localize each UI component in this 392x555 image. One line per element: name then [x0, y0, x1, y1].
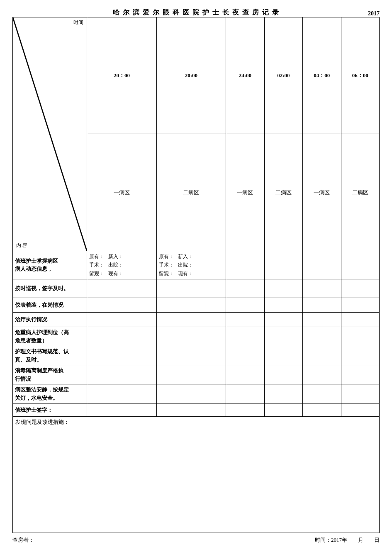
row-1-cell-2400: [226, 251, 264, 279]
row-7-cell-0600: [341, 365, 379, 384]
row-label-7: 消毒隔离制度严格执行情况: [13, 365, 87, 384]
row-7-cell-2000b: [156, 365, 226, 384]
row-4-cell-0200: [264, 313, 302, 327]
time-2000b-header: 20:00: [156, 17, 226, 134]
page-container: 哈 尔 滨 爱 尔 眼 科 医 院 护 士 长 夜 查 房 记 录 2017 时…: [12, 8, 380, 544]
footer-time: 时间：2017年 月 日: [315, 536, 380, 544]
row-4-cell-2000b: [156, 313, 226, 327]
row-label-4: 治疗执行情况: [13, 313, 87, 327]
row-label-2: 按时巡视，签字及时。: [13, 279, 87, 298]
row-6-cell-2000: [87, 346, 157, 365]
time-0400-header: 04：00: [303, 17, 341, 134]
row-6-cell-2000b: [156, 346, 226, 365]
time-0600-header: 06：00: [341, 17, 379, 134]
table-row: 护理文书书写规范、认真、及时。: [13, 346, 380, 365]
row-9-cell-0600: [341, 403, 379, 417]
sub-er-label: 二病区: [156, 134, 226, 251]
row-2-cell-2000b: [156, 279, 226, 298]
row-4-cell-2400: [226, 313, 264, 327]
row-8-cell-0600: [341, 384, 379, 403]
table-row: 治疗执行情况: [13, 313, 380, 327]
row-2-cell-0600: [341, 279, 379, 298]
row-6-cell-0600: [341, 346, 379, 365]
row-8-cell-2000b: [156, 384, 226, 403]
sub-yi3-label: 一病区: [303, 134, 341, 251]
row-label-8: 病区整洁安静，按规定关灯，水电安全。: [13, 384, 87, 403]
row-9-cell-0400: [303, 403, 341, 417]
svg-line-0: [13, 17, 87, 251]
row-label-6: 护理文书书写规范、认真、及时。: [13, 346, 87, 365]
row-1-cell-2000: 原有：手术：留观： 新入：出院：现有：: [87, 251, 157, 279]
row-9-cell-2400: [226, 403, 264, 417]
table-row: 仪表着装，在岗情况: [13, 298, 380, 313]
row-1-cell-2000b: 原有：手术：留观： 新入：出院：现有：: [156, 251, 226, 279]
row-label-1: 值班护士掌握病区病人动态信息，: [13, 251, 87, 279]
row-9-cell-0200: [264, 403, 302, 417]
time-0200-header: 02:00: [264, 17, 302, 134]
row-6-cell-2400: [226, 346, 264, 365]
row-7-cell-0400: [303, 365, 341, 384]
table-row: 病区整洁安静，按规定关灯，水电安全。: [13, 384, 380, 403]
row-6-cell-0400: [303, 346, 341, 365]
row-8-cell-2000: [87, 384, 157, 403]
row-8-cell-2400: [226, 384, 264, 403]
row-5-cell-0600: [341, 327, 379, 346]
content-label: 内 容: [16, 242, 27, 249]
sub-yi-label: 一病区: [87, 134, 157, 251]
header-row: 哈 尔 滨 爱 尔 眼 科 医 院 护 士 长 夜 查 房 记 录 2017: [12, 8, 380, 17]
issues-cell: 发现问题及改进措施：: [13, 417, 380, 533]
issues-row: 发现问题及改进措施：: [13, 417, 380, 533]
row-5-cell-2000: [87, 327, 157, 346]
time-2000-header: 20：00: [87, 17, 157, 134]
row-4-cell-2000: [87, 313, 157, 327]
row-7-cell-0200: [264, 365, 302, 384]
sub-er2-label: 二病区: [264, 134, 302, 251]
row-8-cell-0200: [264, 384, 302, 403]
row-1-cell-0400: [303, 251, 341, 279]
row-1-cell-0600: [341, 251, 379, 279]
row-4-cell-0600: [341, 313, 379, 327]
time-header-row: 时间 内 容 20：00 20:00 24:00 02:00 04：00 06：…: [13, 17, 380, 134]
row-label-9: 值班护士签字：: [13, 403, 87, 417]
row-1-cell-0200: [264, 251, 302, 279]
time-label: 时间: [73, 19, 83, 26]
row-2-cell-0400: [303, 279, 341, 298]
footer-row: 查房者： 时间：2017年 月 日: [12, 536, 380, 544]
page-title: 哈 尔 滨 爱 尔 眼 科 医 院 护 士 长 夜 查 房 记 录: [37, 8, 355, 17]
row-9-cell-2000b: [156, 403, 226, 417]
time-2400-header: 24:00: [226, 17, 264, 134]
row-7-cell-2000: [87, 365, 157, 384]
row-7-cell-2400: [226, 365, 264, 384]
row-3-cell-0600: [341, 298, 379, 313]
table-row: 按时巡视，签字及时。: [13, 279, 380, 298]
row-5-cell-0400: [303, 327, 341, 346]
month-label: 月: [358, 537, 363, 543]
table-row: 危重病人护理到位（高危患者数量）: [13, 327, 380, 346]
time-label: 时间：2017年: [315, 537, 347, 543]
row-2-cell-2000: [87, 279, 157, 298]
row-3-cell-2000b: [156, 298, 226, 313]
row-label-5: 危重病人护理到位（高危患者数量）: [13, 327, 87, 346]
row-3-cell-2000: [87, 298, 157, 313]
footer-inspector: 查房者：: [12, 536, 34, 544]
table-row: 值班护士掌握病区病人动态信息， 原有：手术：留观： 新入：出院：现有： 原有：手…: [13, 251, 380, 279]
row-3-cell-0200: [264, 298, 302, 313]
inspector-label: 查房者：: [12, 537, 34, 543]
table-row: 消毒隔离制度严格执行情况: [13, 365, 380, 384]
time-content-header: 时间 内 容: [13, 17, 87, 251]
sub-er3-label: 二病区: [341, 134, 379, 251]
issues-label: 发现问题及改进措施：: [15, 419, 69, 425]
row-5-cell-2400: [226, 327, 264, 346]
main-table: 时间 内 容 20：00 20:00 24:00 02:00 04：00 06：…: [12, 17, 380, 533]
row-2-cell-2400: [226, 279, 264, 298]
sub-yi2-label: 一病区: [226, 134, 264, 251]
row-3-cell-0400: [303, 298, 341, 313]
row-9-cell-2000: [87, 403, 157, 417]
row-label-3: 仪表着装，在岗情况: [13, 298, 87, 313]
header-year: 2017: [355, 10, 380, 17]
row-4-cell-0400: [303, 313, 341, 327]
row-5-cell-2000b: [156, 327, 226, 346]
row-5-cell-0200: [264, 327, 302, 346]
day-label: 日: [374, 537, 380, 543]
row-6-cell-0200: [264, 346, 302, 365]
